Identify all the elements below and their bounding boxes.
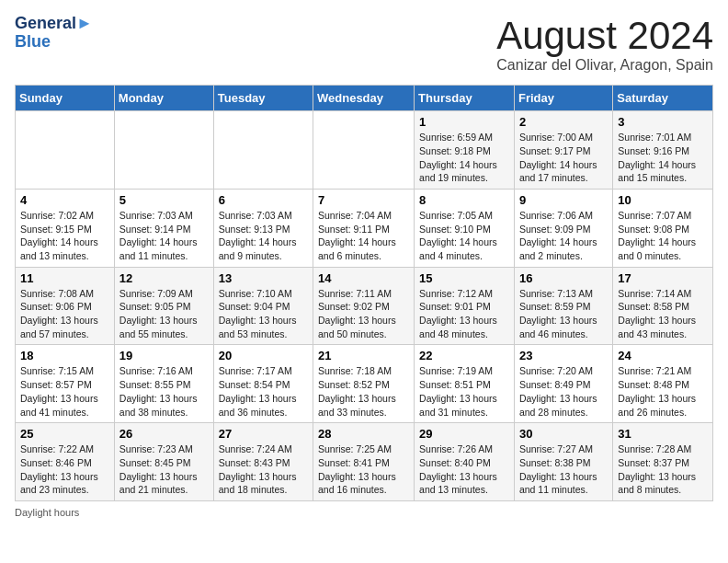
day-info: Sunrise: 7:06 AM Sunset: 9:09 PM Dayligh… bbox=[519, 209, 608, 263]
day-number: 28 bbox=[318, 427, 409, 441]
header-day-sunday: Sunday bbox=[16, 86, 115, 111]
day-info: Sunrise: 7:27 AM Sunset: 8:38 PM Dayligh… bbox=[519, 442, 608, 497]
day-cell: 25Sunrise: 7:22 AM Sunset: 8:46 PM Dayli… bbox=[16, 423, 115, 501]
day-number: 21 bbox=[318, 349, 409, 362]
week-row-4: 18Sunrise: 7:15 AM Sunset: 8:57 PM Dayli… bbox=[16, 345, 713, 423]
week-row-5: 25Sunrise: 7:22 AM Sunset: 8:46 PM Dayli… bbox=[16, 423, 713, 501]
header-day-thursday: Thursday bbox=[415, 86, 515, 111]
day-number: 25 bbox=[20, 427, 109, 441]
day-number: 4 bbox=[20, 193, 109, 207]
day-info: Sunrise: 7:12 AM Sunset: 9:01 PM Dayligh… bbox=[419, 287, 509, 341]
day-cell: 31Sunrise: 7:28 AM Sunset: 8:37 PM Dayli… bbox=[613, 423, 713, 501]
day-number: 15 bbox=[419, 271, 509, 285]
header: General► Blue August 2024 Canizar del Ol… bbox=[15, 15, 713, 74]
day-info: Sunrise: 7:15 AM Sunset: 8:57 PM Dayligh… bbox=[20, 364, 109, 419]
day-cell: 10Sunrise: 7:07 AM Sunset: 9:08 PM Dayli… bbox=[613, 189, 713, 267]
day-cell: 9Sunrise: 7:06 AM Sunset: 9:09 PM Daylig… bbox=[514, 189, 612, 267]
day-cell: 16Sunrise: 7:13 AM Sunset: 8:59 PM Dayli… bbox=[514, 267, 612, 345]
day-cell: 18Sunrise: 7:15 AM Sunset: 8:57 PM Dayli… bbox=[16, 345, 115, 423]
title-area: August 2024 Canizar del Olivar, Aragon, … bbox=[496, 15, 713, 74]
day-cell: 2Sunrise: 7:00 AM Sunset: 9:17 PM Daylig… bbox=[514, 111, 612, 190]
day-cell: 19Sunrise: 7:16 AM Sunset: 8:55 PM Dayli… bbox=[114, 345, 213, 423]
day-info: Sunrise: 7:13 AM Sunset: 8:59 PM Dayligh… bbox=[519, 287, 608, 341]
day-number: 27 bbox=[219, 427, 308, 441]
subtitle: Canizar del Olivar, Aragon, Spain bbox=[496, 57, 713, 74]
day-number: 1 bbox=[419, 115, 509, 129]
day-info: Sunrise: 7:09 AM Sunset: 9:05 PM Dayligh… bbox=[119, 287, 209, 341]
day-number: 16 bbox=[519, 271, 608, 285]
day-info: Sunrise: 7:17 AM Sunset: 8:54 PM Dayligh… bbox=[219, 364, 308, 419]
header-day-wednesday: Wednesday bbox=[313, 86, 415, 111]
day-cell: 7Sunrise: 7:04 AM Sunset: 9:11 PM Daylig… bbox=[313, 189, 415, 267]
day-info: Sunrise: 7:08 AM Sunset: 9:06 PM Dayligh… bbox=[20, 287, 109, 341]
day-info: Sunrise: 7:01 AM Sunset: 9:16 PM Dayligh… bbox=[618, 131, 708, 185]
day-info: Sunrise: 7:04 AM Sunset: 9:11 PM Dayligh… bbox=[318, 209, 409, 263]
header-day-tuesday: Tuesday bbox=[213, 86, 313, 111]
day-info: Sunrise: 7:10 AM Sunset: 9:04 PM Dayligh… bbox=[219, 287, 308, 341]
day-cell: 11Sunrise: 7:08 AM Sunset: 9:06 PM Dayli… bbox=[16, 267, 115, 345]
day-number: 14 bbox=[318, 271, 409, 285]
day-number: 30 bbox=[519, 427, 608, 441]
day-info: Sunrise: 7:03 AM Sunset: 9:14 PM Dayligh… bbox=[119, 209, 209, 263]
day-number: 22 bbox=[419, 349, 509, 362]
day-info: Sunrise: 7:28 AM Sunset: 8:37 PM Dayligh… bbox=[618, 442, 708, 497]
day-cell bbox=[313, 111, 415, 190]
day-number: 5 bbox=[119, 193, 209, 207]
day-number: 13 bbox=[219, 271, 308, 285]
day-cell: 27Sunrise: 7:24 AM Sunset: 8:43 PM Dayli… bbox=[213, 423, 313, 501]
week-row-1: 1Sunrise: 6:59 AM Sunset: 9:18 PM Daylig… bbox=[16, 111, 713, 190]
day-cell: 22Sunrise: 7:19 AM Sunset: 8:51 PM Dayli… bbox=[415, 345, 515, 423]
day-number: 19 bbox=[119, 349, 209, 362]
day-info: Sunrise: 7:20 AM Sunset: 8:49 PM Dayligh… bbox=[519, 364, 608, 419]
day-cell: 6Sunrise: 7:03 AM Sunset: 9:13 PM Daylig… bbox=[213, 189, 313, 267]
day-cell: 28Sunrise: 7:25 AM Sunset: 8:41 PM Dayli… bbox=[313, 423, 415, 501]
day-info: Sunrise: 7:11 AM Sunset: 9:02 PM Dayligh… bbox=[318, 287, 409, 341]
day-info: Sunrise: 7:21 AM Sunset: 8:48 PM Dayligh… bbox=[618, 364, 708, 419]
day-number: 24 bbox=[618, 349, 708, 362]
week-row-3: 11Sunrise: 7:08 AM Sunset: 9:06 PM Dayli… bbox=[16, 267, 713, 345]
header-day-saturday: Saturday bbox=[613, 86, 713, 111]
day-info: Sunrise: 7:25 AM Sunset: 8:41 PM Dayligh… bbox=[318, 442, 409, 497]
day-cell: 8Sunrise: 7:05 AM Sunset: 9:10 PM Daylig… bbox=[415, 189, 515, 267]
day-cell: 29Sunrise: 7:26 AM Sunset: 8:40 PM Dayli… bbox=[415, 423, 515, 501]
day-number: 12 bbox=[119, 271, 209, 285]
day-info: Sunrise: 7:16 AM Sunset: 8:55 PM Dayligh… bbox=[119, 364, 209, 419]
daylight-note: Daylight hours bbox=[15, 507, 713, 518]
day-cell bbox=[16, 111, 115, 190]
day-info: Sunrise: 7:22 AM Sunset: 8:46 PM Dayligh… bbox=[20, 442, 109, 497]
day-number: 2 bbox=[519, 115, 608, 129]
day-cell: 30Sunrise: 7:27 AM Sunset: 8:38 PM Dayli… bbox=[514, 423, 612, 501]
day-number: 29 bbox=[419, 427, 509, 441]
day-cell: 4Sunrise: 7:02 AM Sunset: 9:15 PM Daylig… bbox=[16, 189, 115, 267]
day-number: 18 bbox=[20, 349, 109, 362]
day-info: Sunrise: 6:59 AM Sunset: 9:18 PM Dayligh… bbox=[419, 131, 509, 185]
day-cell: 21Sunrise: 7:18 AM Sunset: 8:52 PM Dayli… bbox=[313, 345, 415, 423]
day-cell: 24Sunrise: 7:21 AM Sunset: 8:48 PM Dayli… bbox=[613, 345, 713, 423]
day-cell: 26Sunrise: 7:23 AM Sunset: 8:45 PM Dayli… bbox=[114, 423, 213, 501]
day-number: 3 bbox=[618, 115, 708, 129]
day-cell: 14Sunrise: 7:11 AM Sunset: 9:02 PM Dayli… bbox=[313, 267, 415, 345]
day-info: Sunrise: 7:24 AM Sunset: 8:43 PM Dayligh… bbox=[219, 442, 308, 497]
day-number: 8 bbox=[419, 193, 509, 207]
day-number: 17 bbox=[618, 271, 708, 285]
header-row: SundayMondayTuesdayWednesdayThursdayFrid… bbox=[16, 86, 713, 111]
day-cell: 15Sunrise: 7:12 AM Sunset: 9:01 PM Dayli… bbox=[415, 267, 515, 345]
day-cell: 17Sunrise: 7:14 AM Sunset: 8:58 PM Dayli… bbox=[613, 267, 713, 345]
day-info: Sunrise: 7:05 AM Sunset: 9:10 PM Dayligh… bbox=[419, 209, 509, 263]
logo-line2: Blue bbox=[15, 33, 93, 52]
day-info: Sunrise: 7:07 AM Sunset: 9:08 PM Dayligh… bbox=[618, 209, 708, 263]
day-number: 31 bbox=[618, 427, 708, 441]
day-info: Sunrise: 7:18 AM Sunset: 8:52 PM Dayligh… bbox=[318, 364, 409, 419]
day-cell: 1Sunrise: 6:59 AM Sunset: 9:18 PM Daylig… bbox=[415, 111, 515, 190]
day-info: Sunrise: 7:19 AM Sunset: 8:51 PM Dayligh… bbox=[419, 364, 509, 419]
logo-text: General► bbox=[15, 15, 93, 33]
day-cell bbox=[213, 111, 313, 190]
day-cell: 23Sunrise: 7:20 AM Sunset: 8:49 PM Dayli… bbox=[514, 345, 612, 423]
logo: General► Blue bbox=[15, 15, 93, 52]
week-row-2: 4Sunrise: 7:02 AM Sunset: 9:15 PM Daylig… bbox=[16, 189, 713, 267]
day-info: Sunrise: 7:26 AM Sunset: 8:40 PM Dayligh… bbox=[419, 442, 509, 497]
day-cell bbox=[114, 111, 213, 190]
day-number: 7 bbox=[318, 193, 409, 207]
day-number: 20 bbox=[219, 349, 308, 362]
day-info: Sunrise: 7:03 AM Sunset: 9:13 PM Dayligh… bbox=[219, 209, 308, 263]
